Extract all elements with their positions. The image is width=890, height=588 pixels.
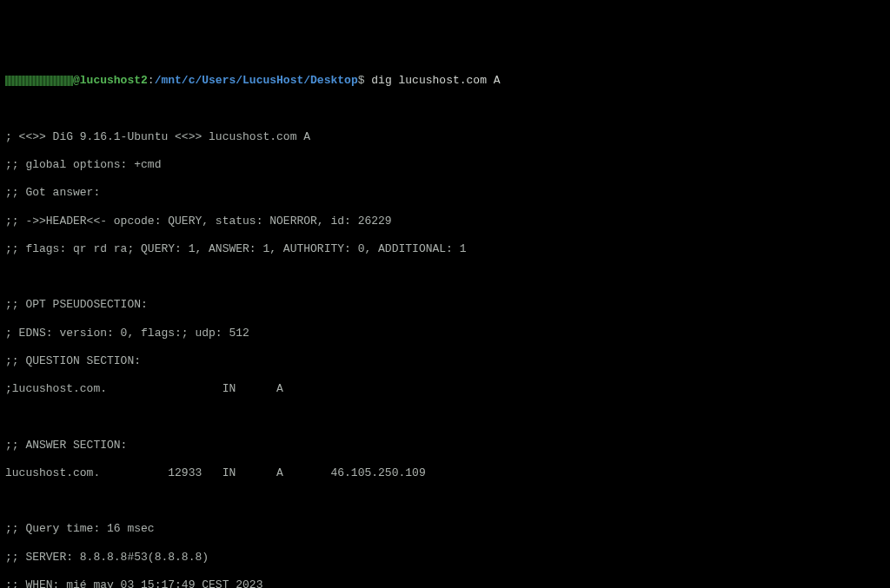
- out-line: ;; global options: +cmd: [5, 158, 885, 172]
- terminal-output[interactable]: @lucushost2:/mnt/c/Users/LucusHost/Deskt…: [5, 60, 885, 588]
- out-line: ; <<>> DiG 9.16.1-Ubuntu <<>> lucushost.…: [5, 130, 885, 144]
- out-line: ;; ->>HEADER<<- opcode: QUERY, status: N…: [5, 215, 885, 228]
- out-line: ;; WHEN: mié may 03 15:17:49 CEST 2023: [5, 578, 885, 588]
- out-line: ; EDNS: version: 0, flags:; udp: 512: [5, 327, 885, 340]
- prompt-host: @lucushost2: [73, 74, 148, 87]
- out-line: ;; SERVER: 8.8.8.8#53(8.8.8.8): [5, 551, 885, 565]
- prompt-line-1: @lucushost2:/mnt/c/Users/LucusHost/Deskt…: [5, 74, 885, 88]
- out-line: ;; Got answer:: [5, 186, 885, 200]
- out-line: ;; flags: qr rd ra; QUERY: 1, ANSWER: 1,…: [5, 242, 885, 256]
- command-1: dig lucushost.com A: [371, 74, 500, 87]
- out-line: ;; ANSWER SECTION:: [5, 439, 885, 453]
- out-line: ;; OPT PSEUDOSECTION:: [5, 298, 885, 312]
- redacted-user-icon: [5, 76, 73, 86]
- out-line: lucushost.com. 12933 IN A 46.105.250.109: [5, 466, 885, 480]
- out-line: ;lucushost.com. IN A: [5, 382, 885, 396]
- out-line: ;; Query time: 16 msec: [5, 522, 885, 536]
- prompt-path: /mnt/c/Users/LucusHost/Desktop: [155, 74, 358, 87]
- out-line: ;; QUESTION SECTION:: [5, 354, 885, 368]
